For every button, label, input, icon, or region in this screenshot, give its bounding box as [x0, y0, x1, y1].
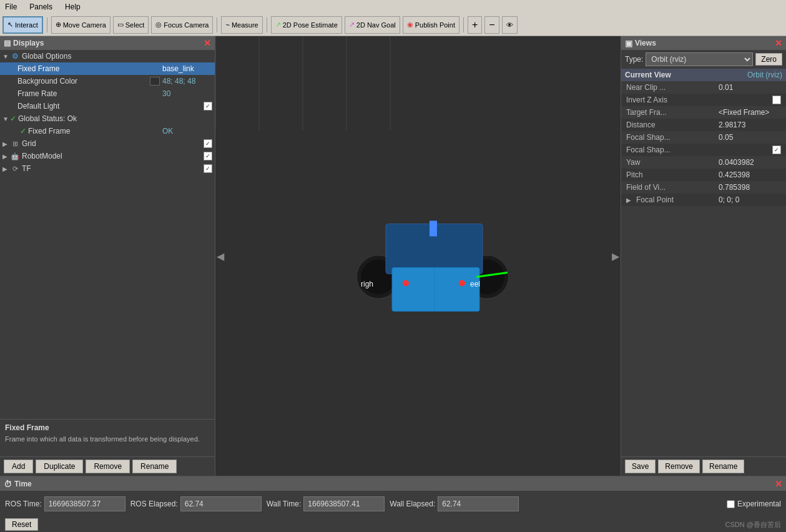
tree-global-options[interactable]: ▼ Global Options	[0, 50, 215, 62]
focus-camera-button[interactable]: Focus Camera	[151, 16, 213, 34]
near-clip-value: 0.01	[719, 83, 781, 92]
invert-z-checkbox[interactable]	[772, 96, 781, 104]
ros-time-input[interactable]	[44, 496, 125, 511]
views-close-button[interactable]: ✕	[775, 38, 782, 48]
add-button[interactable]: Add	[4, 460, 33, 473]
tree-fixed-frame-ok[interactable]: ✓ Fixed Frame OK	[0, 125, 215, 137]
focus-camera-label: Focus Camera	[164, 21, 209, 29]
tree-tf[interactable]: ▶ TF ✓	[0, 162, 215, 175]
view-field-of-view: Field of Vi... 0.785398	[621, 181, 786, 194]
nav-goal-button[interactable]: 2D Nav Goal	[345, 16, 400, 34]
ros-elapsed-input[interactable]	[180, 496, 262, 511]
time-footer: Reset CSDN @香自苦后	[0, 517, 786, 532]
displays-close-button[interactable]: ✕	[204, 38, 211, 48]
view-target-frame: Target Fra... <Fixed Frame>	[621, 106, 786, 119]
menu-file[interactable]: File	[2, 1, 19, 12]
views-action-buttons: Save Remove Rename	[621, 456, 786, 476]
tree-fixed-frame[interactable]: Fixed Frame base_link	[0, 62, 215, 75]
views-type-row: Type: Orbit (rviz) Zero	[621, 50, 786, 69]
pose-estimate-button[interactable]: 2D Pose Estimate	[271, 16, 342, 34]
default-light-checkbox[interactable]: ✓	[204, 102, 212, 111]
menu-panels[interactable]: Panels	[27, 1, 55, 12]
watermark-text: CSDN @香自苦后	[725, 520, 781, 530]
displays-panel: Displays ✕ ▼ Global Options Fixed Frame …	[0, 36, 215, 476]
rename-view-button[interactable]: Rename	[702, 460, 744, 473]
plus-icon	[472, 19, 478, 31]
info-title: Fixed Frame	[5, 423, 210, 432]
menu-help[interactable]: Help	[62, 1, 83, 12]
reset-button[interactable]: Reset	[5, 518, 38, 531]
remove-display-button[interactable]: Remove	[86, 460, 130, 473]
displays-icon	[4, 39, 11, 47]
publish-point-label: Publish Point	[415, 21, 455, 29]
rename-button[interactable]: Rename	[132, 460, 177, 473]
focal-shape2-label: Focal Shap...	[626, 145, 772, 154]
focal-point-expand: ▶	[626, 197, 634, 204]
svg-text:righ: righ	[361, 280, 373, 288]
views-zero-button[interactable]: Zero	[755, 53, 782, 66]
nav-icon	[349, 21, 355, 29]
views-type-dropdown[interactable]: Orbit (rviz)	[646, 52, 753, 66]
global-options-expand: ▼	[2, 53, 10, 60]
eye-button[interactable]	[502, 16, 518, 34]
select-label: Select	[125, 21, 145, 29]
tree-robot-model[interactable]: ▶ RobotModel ✓	[0, 150, 215, 162]
3d-viewport[interactable]: righ eel ◀ ▶	[215, 36, 621, 476]
ros-elapsed-group: ROS Elapsed:	[130, 496, 262, 511]
tree-frame-rate[interactable]: Frame Rate 30	[0, 87, 215, 100]
measure-label: Measure	[232, 21, 258, 29]
remove-view-button[interactable]: Remove	[658, 460, 700, 473]
viewport-left-arrow[interactable]: ◀	[217, 250, 224, 262]
svg-point-28	[403, 280, 409, 287]
fixed-frame-ok-value: OK	[162, 127, 212, 135]
tree-default-light[interactable]: Default Light ✓	[0, 100, 215, 112]
grid-checkbox[interactable]: ✓	[204, 139, 212, 148]
global-status-check-icon: ✓	[10, 114, 16, 123]
toolbar: Interact Move Camera Select Focus Camera…	[0, 14, 786, 36]
robot-model-3d: righ eel	[348, 187, 523, 326]
frame-rate-label: Frame Rate	[17, 89, 162, 98]
toolbar-sep-4	[463, 17, 464, 32]
measure-button[interactable]: Measure	[221, 16, 262, 34]
grid-canvas	[215, 36, 403, 130]
move-camera-button[interactable]: Move Camera	[51, 16, 111, 34]
tf-label: TF	[22, 164, 204, 173]
fov-label: Field of Vi...	[626, 183, 719, 192]
select-button[interactable]: Select	[113, 16, 149, 34]
zoom-out-button[interactable]	[484, 16, 499, 34]
current-view-title: Current View	[625, 71, 671, 79]
target-frame-label: Target Fra...	[626, 108, 719, 117]
minus-icon	[489, 19, 494, 31]
interact-button[interactable]: Interact	[2, 16, 43, 34]
time-close-button[interactable]: ✕	[775, 479, 782, 489]
wall-time-input[interactable]	[303, 496, 385, 511]
grid-expand: ▶	[2, 140, 10, 147]
displays-panel-title: Displays	[4, 39, 44, 47]
tree-background-color[interactable]: Background Color 48; 48; 48	[0, 75, 215, 87]
tree-global-status[interactable]: ▼ ✓ Global Status: Ok	[0, 112, 215, 125]
publish-point-button[interactable]: Publish Point	[403, 16, 459, 34]
robot-model-expand: ▶	[2, 153, 10, 160]
current-view-type: Orbit (rviz)	[747, 71, 782, 79]
tree-grid[interactable]: ▶ Grid ✓	[0, 137, 215, 150]
focal-shape2-checkbox[interactable]: ✓	[772, 145, 781, 154]
view-yaw: Yaw 0.0403982	[621, 156, 786, 169]
views-panel: Views ✕ Type: Orbit (rviz) Zero Current …	[621, 36, 786, 476]
tf-expand: ▶	[2, 165, 10, 172]
experimental-checkbox[interactable]	[727, 500, 735, 508]
save-view-button[interactable]: Save	[625, 460, 656, 473]
time-panel-header: Time ✕	[0, 477, 786, 491]
tf-checkbox[interactable]: ✓	[204, 164, 212, 173]
displays-tree: ▼ Global Options Fixed Frame base_link B…	[0, 50, 215, 419]
background-color-label: Background Color	[17, 77, 150, 86]
time-body: ROS Time: ROS Elapsed: Wall Time: Wall E…	[0, 491, 786, 517]
robot-model-checkbox[interactable]: ✓	[204, 152, 212, 160]
nav-goal-label: 2D Nav Goal	[356, 21, 396, 29]
pose-icon	[275, 21, 281, 29]
wall-elapsed-input[interactable]	[438, 496, 519, 511]
svg-rect-26	[430, 221, 437, 237]
duplicate-button[interactable]: Duplicate	[36, 460, 83, 473]
viewport-right-arrow[interactable]: ▶	[612, 250, 619, 262]
zoom-in-button[interactable]	[468, 16, 482, 34]
eye-icon	[506, 21, 513, 29]
